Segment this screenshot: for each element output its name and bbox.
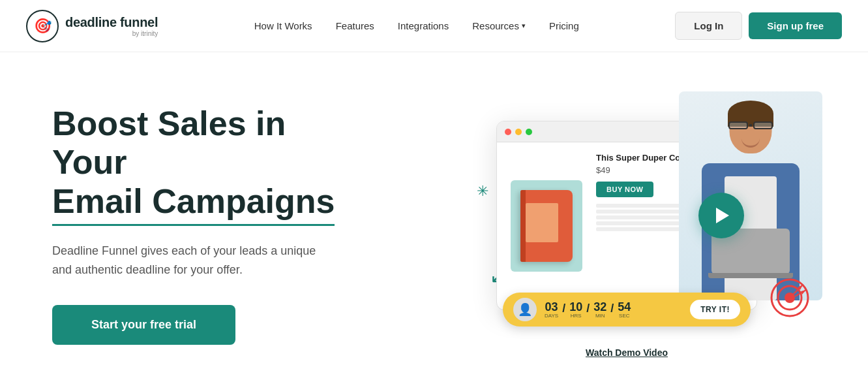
nav-how-it-works[interactable]: How It Works [254, 20, 312, 31]
signup-button[interactable]: Sign up free [749, 12, 842, 39]
logo-brand: deadline funnel [65, 15, 158, 30]
nav-actions: Log In Sign up free [675, 12, 842, 40]
play-triangle-icon [716, 208, 729, 223]
book-background [511, 180, 582, 272]
asterisk-decoration: ✳ [477, 183, 488, 200]
navbar: 🎯 deadline funnel by itrinity How It Wor… [0, 0, 868, 52]
target-decoration [770, 278, 809, 320]
nav-pricing[interactable]: Pricing [549, 20, 579, 31]
browser-dot-red [505, 129, 511, 135]
countdown-mins: 32 MIN [593, 301, 606, 319]
hero-title-line2: Email Campaigns [52, 182, 335, 226]
countdown-sep-1: / [562, 302, 565, 314]
nav-integrations[interactable]: Integrations [398, 20, 449, 31]
login-button[interactable]: Log In [675, 12, 742, 40]
countdown-segments: 03 DAYS / 10 HRS / 32 MIN / 54 [545, 301, 682, 319]
buy-now-button[interactable]: BUY NOW [596, 182, 653, 197]
browser-dot-green [526, 129, 532, 135]
logo-text: deadline funnel by itrinity [65, 15, 158, 37]
book-illustration-area [507, 153, 586, 299]
book-icon [520, 190, 573, 262]
hero-subtitle: Deadline Funnel gives each of your leads… [52, 242, 326, 279]
person-illustration [679, 91, 822, 300]
nav-resources[interactable]: Resources ▾ [472, 20, 526, 31]
logo[interactable]: 🎯 deadline funnel by itrinity [26, 10, 158, 42]
countdown-bar: 👤 03 DAYS / 10 HRS / 32 MIN [503, 293, 751, 327]
countdown-sep-2: / [586, 302, 590, 314]
countdown-avatar: 👤 [513, 298, 537, 321]
nav-links: How It Works Features Integrations Resou… [254, 20, 579, 31]
logo-sub: by itrinity [65, 30, 158, 37]
nav-features[interactable]: Features [336, 20, 374, 31]
chevron-down-icon: ▾ [522, 22, 526, 30]
hero-left: Boost Sales in Your Email Campaigns Dead… [52, 104, 365, 345]
countdown-secs: 54 SEC [618, 301, 631, 319]
hero-illustration: ✳ This Super Duper Course $ [438, 91, 816, 340]
hero-right-container: ✳ This Super Duper Course $ [438, 91, 816, 358]
countdown-days: 03 DAYS [545, 301, 558, 319]
countdown-hours: 10 HRS [569, 301, 582, 319]
browser-dot-yellow [515, 129, 522, 135]
watch-demo-link[interactable]: Watch Demo Video [586, 347, 668, 358]
play-button[interactable] [698, 193, 744, 238]
logo-icon: 🎯 [26, 10, 59, 42]
try-it-button[interactable]: TRY IT! [690, 300, 740, 319]
hero-section: Boost Sales in Your Email Campaigns Dead… [0, 52, 868, 367]
trial-button[interactable]: Start your free trial [52, 305, 235, 345]
hero-title-line1: Boost Sales in Your [52, 104, 286, 182]
hero-title: Boost Sales in Your Email Campaigns [52, 104, 365, 226]
countdown-sep-3: / [610, 302, 614, 314]
